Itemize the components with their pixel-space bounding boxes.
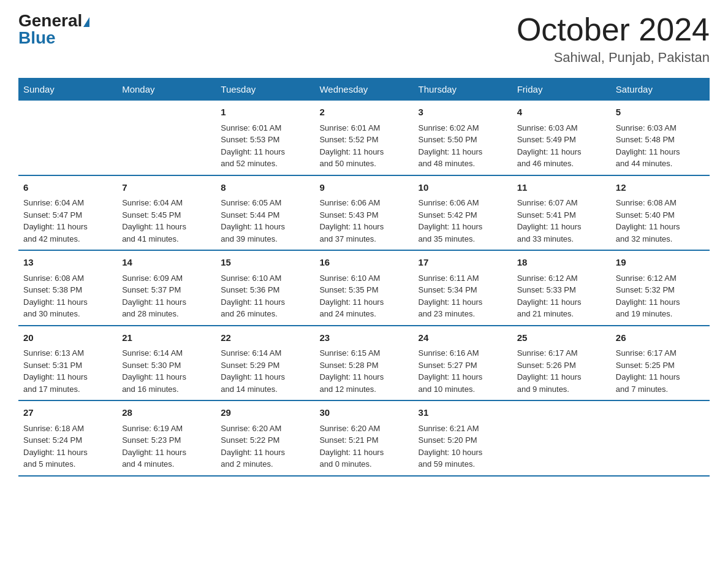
- day-info-line: Sunrise: 6:19 AM: [122, 423, 211, 435]
- day-info-line: Sunrise: 6:14 AM: [122, 347, 211, 359]
- day-info-line: Sunset: 5:25 PM: [616, 359, 705, 372]
- day-number: 9: [319, 181, 408, 195]
- logo-triangle-icon: [83, 17, 89, 27]
- day-number: 29: [221, 406, 309, 420]
- day-number: 12: [616, 181, 705, 195]
- day-info-line: and 48 minutes.: [419, 158, 507, 170]
- calendar-cell: 14Sunrise: 6:09 AMSunset: 5:37 PMDayligh…: [117, 250, 216, 326]
- day-info-line: Sunrise: 6:18 AM: [23, 423, 112, 435]
- calendar-cell: 25Sunrise: 6:17 AMSunset: 5:26 PMDayligh…: [512, 326, 611, 401]
- day-info-line: Daylight: 11 hours: [517, 146, 606, 158]
- day-info-line: Sunrise: 6:03 AM: [517, 122, 606, 134]
- day-info-line: Sunrise: 6:01 AM: [221, 122, 309, 134]
- day-info-line: Sunrise: 6:04 AM: [23, 197, 112, 209]
- page-title: October 2024: [517, 12, 710, 47]
- day-info-line: Sunset: 5:45 PM: [122, 209, 211, 221]
- day-info-line: Sunrise: 6:01 AM: [319, 122, 408, 134]
- calendar-cell: [611, 400, 710, 476]
- day-info-line: Daylight: 11 hours: [517, 371, 606, 383]
- day-number: 8: [221, 181, 309, 195]
- day-info-line: and 23 minutes.: [419, 308, 507, 320]
- day-info-line: Sunrise: 6:07 AM: [517, 197, 606, 209]
- day-info-line: Daylight: 11 hours: [221, 146, 309, 158]
- day-info-line: Sunset: 5:30 PM: [122, 359, 211, 372]
- day-info-line: Sunrise: 6:05 AM: [221, 197, 309, 209]
- day-info-line: and 0 minutes.: [319, 458, 408, 470]
- day-info-line: Sunrise: 6:21 AM: [419, 423, 507, 435]
- day-info-line: Daylight: 11 hours: [221, 446, 309, 459]
- day-info-line: Daylight: 11 hours: [616, 146, 705, 158]
- day-info-line: Sunset: 5:36 PM: [221, 284, 309, 296]
- calendar-cell: 1Sunrise: 6:01 AMSunset: 5:53 PMDaylight…: [216, 101, 314, 175]
- day-info-line: Daylight: 11 hours: [23, 296, 112, 308]
- calendar-cell: 2Sunrise: 6:01 AMSunset: 5:52 PMDaylight…: [314, 101, 413, 175]
- logo: General Blue: [18, 12, 89, 47]
- calendar-cell: [512, 400, 611, 476]
- day-info-line: and 5 minutes.: [23, 458, 112, 470]
- day-number: 7: [122, 181, 211, 195]
- calendar-cell: 9Sunrise: 6:06 AMSunset: 5:43 PMDaylight…: [314, 175, 413, 251]
- logo-top-line: General: [18, 12, 89, 29]
- day-info-line: and 19 minutes.: [616, 308, 705, 320]
- calendar-cell: 24Sunrise: 6:16 AMSunset: 5:27 PMDayligh…: [414, 326, 512, 401]
- calendar-cell: 3Sunrise: 6:02 AMSunset: 5:50 PMDaylight…: [414, 101, 512, 175]
- calendar-cell: 7Sunrise: 6:04 AMSunset: 5:45 PMDaylight…: [117, 175, 216, 251]
- day-info-line: Daylight: 11 hours: [319, 221, 408, 233]
- day-number: 27: [23, 406, 112, 420]
- day-info-line: Daylight: 11 hours: [616, 296, 705, 308]
- calendar-header-row: Sunday Monday Tuesday Wednesday Thursday…: [18, 78, 710, 101]
- day-info-line: and 32 minutes.: [616, 233, 705, 245]
- day-info-line: Sunset: 5:48 PM: [616, 134, 705, 146]
- day-info-line: Sunrise: 6:15 AM: [319, 347, 408, 359]
- day-info-line: and 26 minutes.: [221, 308, 309, 320]
- day-info-line: and 44 minutes.: [616, 158, 705, 170]
- calendar-cell: 29Sunrise: 6:20 AMSunset: 5:22 PMDayligh…: [216, 400, 314, 476]
- day-info-line: Daylight: 11 hours: [319, 371, 408, 383]
- day-info-line: Daylight: 11 hours: [419, 146, 507, 158]
- day-info-line: Sunrise: 6:08 AM: [616, 197, 705, 209]
- day-info-line: Daylight: 11 hours: [23, 446, 112, 459]
- day-info-line: Daylight: 11 hours: [122, 446, 211, 459]
- day-number: 14: [122, 256, 211, 270]
- day-info-line: Sunset: 5:35 PM: [319, 284, 408, 296]
- calendar-cell: 20Sunrise: 6:13 AMSunset: 5:31 PMDayligh…: [18, 326, 117, 401]
- calendar-cell: 18Sunrise: 6:12 AMSunset: 5:33 PMDayligh…: [512, 250, 611, 326]
- day-info-line: Sunset: 5:23 PM: [122, 434, 211, 446]
- day-number: 6: [23, 181, 112, 195]
- calendar-cell: 5Sunrise: 6:03 AMSunset: 5:48 PMDaylight…: [611, 101, 710, 175]
- day-number: 24: [419, 331, 507, 345]
- day-number: 21: [122, 331, 211, 345]
- day-info-line: Daylight: 10 hours: [419, 446, 507, 459]
- day-info-line: and 4 minutes.: [122, 458, 211, 470]
- day-info-line: Sunset: 5:29 PM: [221, 359, 309, 372]
- title-block: October 2024 Sahiwal, Punjab, Pakistan: [517, 12, 710, 66]
- day-info-line: Sunrise: 6:13 AM: [23, 347, 112, 359]
- day-info-line: and 16 minutes.: [122, 383, 211, 396]
- day-info-line: Sunrise: 6:06 AM: [319, 197, 408, 209]
- day-info-line: and 7 minutes.: [616, 383, 705, 396]
- day-info-line: Sunset: 5:38 PM: [23, 284, 112, 296]
- day-info-line: Sunset: 5:49 PM: [517, 134, 606, 146]
- calendar-week-row: 20Sunrise: 6:13 AMSunset: 5:31 PMDayligh…: [18, 326, 710, 401]
- day-info-line: and 37 minutes.: [319, 233, 408, 245]
- calendar-cell: 23Sunrise: 6:15 AMSunset: 5:28 PMDayligh…: [314, 326, 413, 401]
- day-number: 15: [221, 256, 309, 270]
- calendar-cell: 27Sunrise: 6:18 AMSunset: 5:24 PMDayligh…: [18, 400, 117, 476]
- day-info-line: Sunset: 5:33 PM: [517, 284, 606, 296]
- calendar-cell: 10Sunrise: 6:06 AMSunset: 5:42 PMDayligh…: [414, 175, 512, 251]
- day-info-line: and 12 minutes.: [319, 383, 408, 396]
- calendar-cell: [18, 101, 117, 175]
- day-info-line: Sunset: 5:26 PM: [517, 359, 606, 372]
- calendar-week-row: 6Sunrise: 6:04 AMSunset: 5:47 PMDaylight…: [18, 175, 710, 251]
- day-info-line: Daylight: 11 hours: [517, 221, 606, 233]
- calendar-cell: 16Sunrise: 6:10 AMSunset: 5:35 PMDayligh…: [314, 250, 413, 326]
- calendar-cell: 4Sunrise: 6:03 AMSunset: 5:49 PMDaylight…: [512, 101, 611, 175]
- day-info-line: and 52 minutes.: [221, 158, 309, 170]
- day-number: 23: [319, 331, 408, 345]
- day-number: 4: [517, 105, 606, 120]
- calendar-cell: 17Sunrise: 6:11 AMSunset: 5:34 PMDayligh…: [414, 250, 512, 326]
- day-info-line: Daylight: 11 hours: [319, 446, 408, 459]
- day-info-line: Sunset: 5:40 PM: [616, 209, 705, 221]
- day-info-line: Sunrise: 6:10 AM: [319, 272, 408, 285]
- calendar-cell: 31Sunrise: 6:21 AMSunset: 5:20 PMDayligh…: [414, 400, 512, 476]
